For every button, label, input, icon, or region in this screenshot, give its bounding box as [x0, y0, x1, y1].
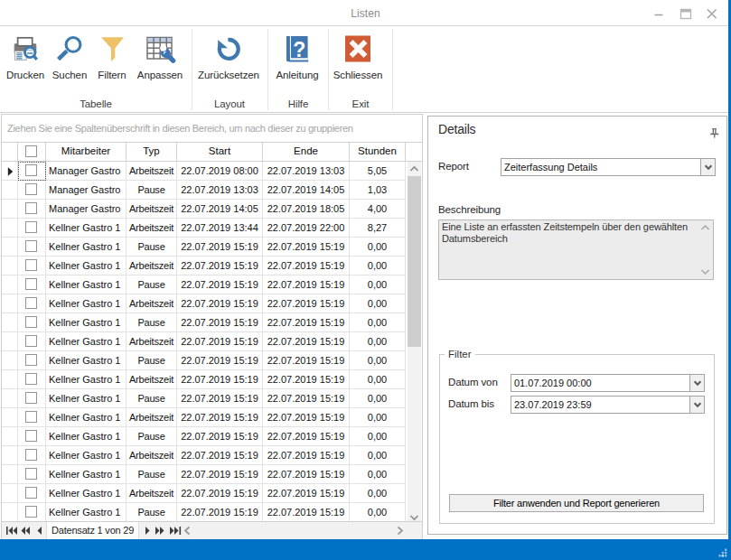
svg-text:?: ? — [293, 38, 305, 61]
